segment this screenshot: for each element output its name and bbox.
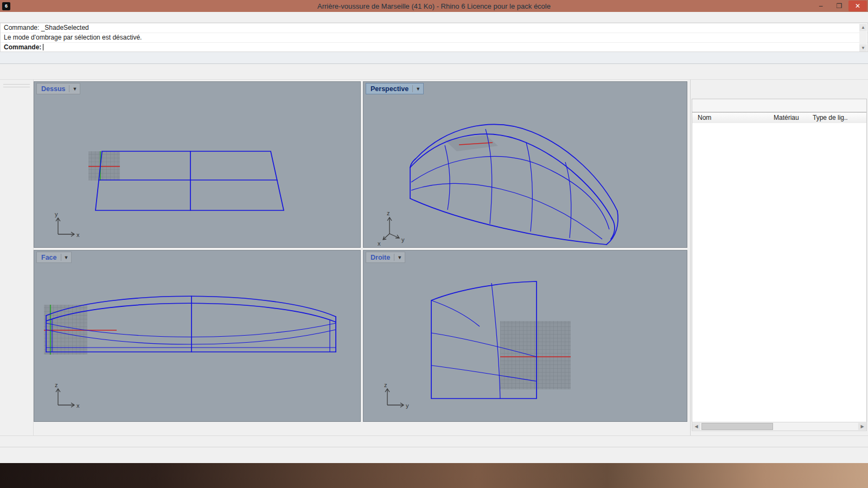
viewport-area: y x Dessus▼: [34, 80, 687, 423]
axis-label-x: x: [76, 402, 80, 409]
viewport-title-front[interactable]: Face▼: [36, 252, 72, 263]
axis-label-y: y: [406, 402, 409, 409]
viewport-tab-strip: [34, 423, 687, 435]
scroll-up-icon[interactable]: ▲: [859, 24, 867, 31]
column-header-name: Nom: [698, 114, 711, 121]
osnap-bar: [0, 435, 868, 447]
wireframe-top-view: [95, 151, 284, 210]
axis-label-z: z: [384, 382, 387, 388]
viewport-title-perspective[interactable]: Perspective▼: [366, 83, 424, 94]
title-bar: 6 Arrière-voussure de Marseille (41 Ko) …: [0, 0, 868, 12]
axis-indicator: y x: [55, 211, 80, 238]
command-scrollbar[interactable]: ▲ ▼: [859, 24, 867, 52]
axis-label-x: x: [76, 232, 80, 238]
viewport-perspective[interactable]: z y x Perspective▼: [363, 81, 687, 248]
viewport-top[interactable]: y x Dessus▼: [34, 81, 361, 248]
chevron-down-icon: ▼: [396, 255, 403, 260]
layers-toolbar: [692, 99, 867, 112]
toolbar-tab-bar: [0, 52, 868, 64]
axis-label-z: z: [55, 382, 58, 388]
command-history-line: Commande: _ShadeSelected: [1, 23, 867, 33]
left-tool-sidebar: [0, 80, 34, 435]
panel-tab-strip: [692, 87, 867, 99]
toolbar-drag-handle[interactable]: [3, 84, 30, 87]
command-prompt-label: Commande:: [4, 43, 41, 51]
scroll-right-icon[interactable]: ▶: [858, 423, 866, 430]
wireframe-front-view: [46, 296, 336, 352]
viewport-right[interactable]: z y Droite▼: [363, 250, 687, 422]
close-button[interactable]: ✕: [848, 1, 867, 11]
panel-horizontal-scrollbar[interactable]: ◀ ▶: [692, 422, 867, 431]
layer-list-header: Nom Matériau Type de lig..: [692, 112, 867, 124]
viewport-front-canvas[interactable]: z x: [34, 251, 361, 422]
axis-label-y: y: [401, 236, 405, 243]
window-title: Arrière-voussure de Marseille (41 Ko) - …: [0, 2, 868, 10]
command-history-line: Le mode d'ombrage par sélection est désa…: [1, 33, 867, 43]
chevron-down-icon: ▼: [63, 255, 70, 260]
menu-bar: [0, 12, 868, 23]
scrollbar-thumb[interactable]: [701, 423, 773, 430]
main-toolbar: [0, 64, 868, 80]
minimize-button[interactable]: –: [812, 1, 830, 11]
text-caret: [43, 44, 43, 50]
viewport-right-canvas[interactable]: z y: [363, 251, 687, 422]
axis-indicator: z y x: [378, 210, 405, 247]
axis-indicator: z y: [384, 382, 409, 409]
viewport-top-canvas[interactable]: y x: [34, 82, 361, 248]
viewport-title-top[interactable]: Dessus▼: [36, 83, 80, 94]
chevron-down-icon: ▼: [71, 86, 78, 92]
viewport-perspective-canvas[interactable]: z y x: [363, 82, 687, 248]
axis-label-x: x: [378, 240, 381, 247]
command-area: Commande: _ShadeSelected Le mode d'ombra…: [0, 23, 868, 52]
column-header-material: Matériau: [774, 114, 799, 121]
axis-label-y: y: [55, 211, 58, 217]
wireframe-perspective: [410, 125, 618, 245]
axis-label-z: z: [387, 210, 390, 216]
chevron-down-icon: ▼: [414, 86, 422, 92]
axis-indicator: z x: [55, 382, 80, 409]
maximize-button[interactable]: ❐: [830, 1, 848, 11]
rhino-application-window: 6 Arrière-voussure de Marseille (41 Ko) …: [0, 0, 868, 488]
viewport-front[interactable]: z x Face▼: [34, 250, 361, 422]
scroll-left-icon[interactable]: ◀: [692, 423, 700, 430]
status-bar: [0, 447, 868, 464]
column-header-linetype: Type de lig..: [813, 114, 848, 121]
scroll-down-icon[interactable]: ▼: [859, 44, 867, 52]
layer-list: [692, 123, 867, 422]
right-side-panel: Nom Matériau Type de lig.. ◀ ▶: [690, 80, 868, 435]
command-prompt[interactable]: Commande:: [1, 43, 867, 53]
viewport-title-right[interactable]: Droite▼: [366, 252, 405, 263]
windows-taskbar: [0, 463, 868, 488]
